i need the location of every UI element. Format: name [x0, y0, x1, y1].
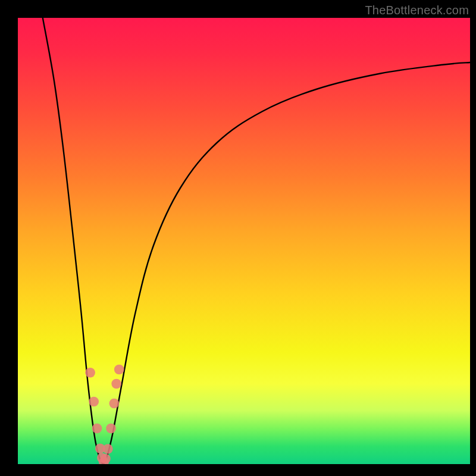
watermark-text: TheBottleneck.com — [365, 4, 469, 17]
data-point — [111, 379, 121, 389]
series-curve-right — [104, 62, 470, 464]
data-point — [114, 365, 124, 375]
data-point — [109, 399, 120, 409]
chart-frame: TheBottleneck.com — [0, 0, 476, 476]
plot-area — [18, 18, 470, 464]
data-point — [101, 454, 111, 464]
data-point — [103, 444, 113, 454]
data-point — [106, 424, 116, 434]
data-point — [92, 424, 102, 434]
data-point — [89, 397, 99, 407]
plot-svg — [18, 18, 470, 464]
data-point — [85, 368, 95, 378]
